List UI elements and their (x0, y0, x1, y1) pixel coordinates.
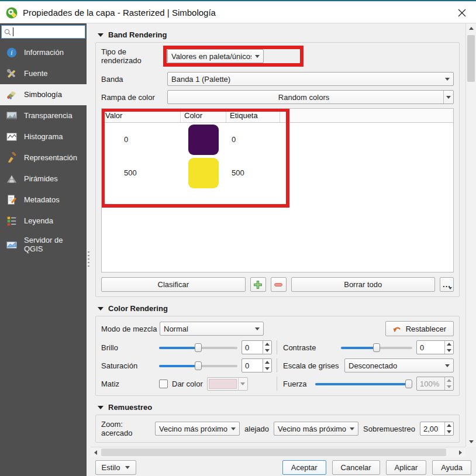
reset-button[interactable]: Restablecer (385, 321, 454, 336)
oversampling-spinbox[interactable]: 2,00 (420, 422, 454, 436)
spin-down-icon[interactable] (445, 429, 453, 435)
undo-icon (393, 325, 402, 333)
section-title: Remuestreo (108, 403, 152, 412)
sidebar-item-fuente[interactable]: Fuente (0, 63, 87, 84)
zoom-out-dropdown[interactable]: Vecino más próximo (274, 422, 358, 436)
chevron-down-icon (255, 327, 260, 330)
column-header-color[interactable]: Color (181, 109, 226, 122)
sidebar-item-representacion[interactable]: Representación (0, 147, 87, 168)
brightness-slider[interactable] (159, 343, 237, 353)
spin-down-icon[interactable] (263, 347, 271, 354)
contrast-slider[interactable] (341, 343, 412, 353)
help-button[interactable]: Ayuda (432, 460, 471, 475)
scroll-left-icon[interactable] (91, 447, 101, 458)
strength-label: Fuerza (283, 380, 311, 388)
section-header-color-rendering[interactable]: Color Rendering (98, 304, 460, 313)
sidebar-item-leyenda[interactable]: Leyenda (0, 211, 87, 232)
slider-handle[interactable] (373, 343, 380, 352)
add-entry-button[interactable] (250, 277, 266, 292)
sidebar-item-servidor-qgis[interactable]: Servidor de QGIS (0, 232, 87, 258)
vertical-scroll-thumb[interactable] (467, 35, 475, 82)
sidebar-item-informacion[interactable]: i Información (0, 42, 87, 63)
window-title: Propiedades de la capa - Rasterized | Si… (23, 8, 216, 18)
zoom-in-dropdown[interactable]: Vecino más próximo (155, 422, 240, 436)
slider-handle[interactable] (195, 343, 202, 352)
sidebar-item-label: Transparencia (24, 112, 73, 120)
text-caret (13, 27, 13, 36)
sidebar-item-label: Información (24, 49, 64, 57)
sidebar-item-piramides[interactable]: Pirámides (0, 168, 87, 189)
color-ramp-dropdown[interactable]: Random colors (167, 90, 454, 104)
palette-table[interactable]: Valor Color Etiqueta 0 0 500 500 (101, 108, 454, 273)
color-swatch[interactable] (188, 125, 219, 155)
spin-up-icon[interactable] (445, 341, 453, 347)
band-dropdown[interactable]: Banda 1 (Palette) (167, 72, 454, 86)
style-menu-button[interactable]: Estilo (95, 460, 136, 475)
resampling-frame: Zoom: acercado Vecino más próximo alejad… (95, 415, 460, 443)
color-swatch[interactable] (188, 158, 219, 188)
scroll-right-icon[interactable] (456, 447, 465, 458)
slider-handle[interactable] (405, 380, 412, 388)
saturation-label: Saturación (101, 361, 155, 370)
symbology-panel: Band Rendering Tipo de renderizado Valor… (91, 23, 465, 447)
saturation-spinbox[interactable]: 0 (242, 358, 272, 372)
accept-button[interactable]: Aceptar (282, 460, 326, 475)
classify-button[interactable]: Clasificar (101, 277, 246, 292)
sidebar-item-metadatos[interactable]: Metadatos (0, 189, 87, 211)
strength-slider[interactable] (315, 379, 412, 389)
table-row[interactable]: 0 0 (102, 123, 453, 156)
chevron-down-icon (255, 55, 260, 58)
chevron-down-icon (449, 287, 452, 289)
colorize-checkbox[interactable] (159, 380, 168, 388)
section-title: Band Rendering (108, 30, 167, 39)
minus-icon (274, 280, 283, 289)
color-ramp-label: Rampa de color (101, 93, 167, 102)
table-row[interactable]: 500 500 (102, 156, 453, 189)
horizontal-scroll-thumb[interactable] (101, 449, 446, 456)
zoom-out-label: alejado (244, 425, 269, 433)
saturation-slider[interactable] (159, 361, 237, 371)
grayscale-dropdown[interactable]: Desconectado (344, 358, 454, 372)
spin-down-icon[interactable] (263, 365, 271, 372)
search-input[interactable] (15, 27, 74, 37)
spin-down-icon[interactable] (445, 347, 453, 354)
more-options-button[interactable]: ... (440, 277, 454, 292)
spin-up-icon (445, 377, 453, 384)
horizontal-scrollbar[interactable] (91, 447, 465, 457)
section-header-remuestreo[interactable]: Remuestreo (98, 403, 460, 412)
sidebar-item-label: Representación (24, 154, 77, 163)
brightness-spinbox[interactable]: 0 (242, 340, 272, 354)
scroll-down-icon[interactable] (466, 437, 476, 447)
ramp-menu-button[interactable] (443, 91, 453, 104)
contrast-spinbox[interactable]: 0 (416, 340, 454, 354)
spin-up-icon[interactable] (263, 341, 271, 347)
splitter-grip-icon[interactable] (88, 251, 89, 269)
sidebar-search[interactable] (1, 25, 85, 39)
sidebar-item-histograma[interactable]: Histograma (0, 126, 87, 147)
spin-up-icon[interactable] (263, 359, 271, 365)
sidebar-item-simbologia[interactable]: Simbología (0, 84, 87, 105)
scroll-up-icon[interactable] (466, 23, 476, 33)
section-header-band-rendering[interactable]: Band Rendering (98, 30, 460, 39)
oversampling-label: Sobremuestreo (363, 425, 415, 433)
close-button[interactable] (454, 5, 470, 21)
sidebar: i Información Fuente Simbología Transpar… (0, 23, 87, 476)
apply-button[interactable]: Aplicar (386, 460, 427, 475)
renderer-type-dropdown[interactable]: Valores en paleta/únicos (167, 49, 264, 63)
chevron-down-icon (445, 78, 450, 81)
colorize-color-dropdown[interactable] (207, 377, 248, 391)
blend-mode-label: Modo de mezcla (101, 325, 160, 333)
cancel-button[interactable]: Cancelar (332, 460, 380, 475)
slider-handle[interactable] (195, 361, 202, 370)
zoom-in-label: Zoom: acercado (101, 420, 150, 437)
column-header-valor[interactable]: Valor (102, 109, 181, 122)
vertical-scrollbar[interactable] (465, 23, 476, 447)
valor-cell: 0 (102, 123, 181, 156)
blend-mode-dropdown[interactable]: Normal (160, 322, 264, 336)
clear-all-button[interactable]: Borrar todo (291, 277, 436, 292)
sidebar-item-transparencia[interactable]: Transparencia (0, 105, 87, 126)
remove-entry-button[interactable] (271, 277, 287, 292)
panel-splitter[interactable] (87, 23, 91, 476)
spin-up-icon[interactable] (445, 422, 453, 429)
column-header-etiqueta[interactable]: Etiqueta (226, 109, 280, 122)
